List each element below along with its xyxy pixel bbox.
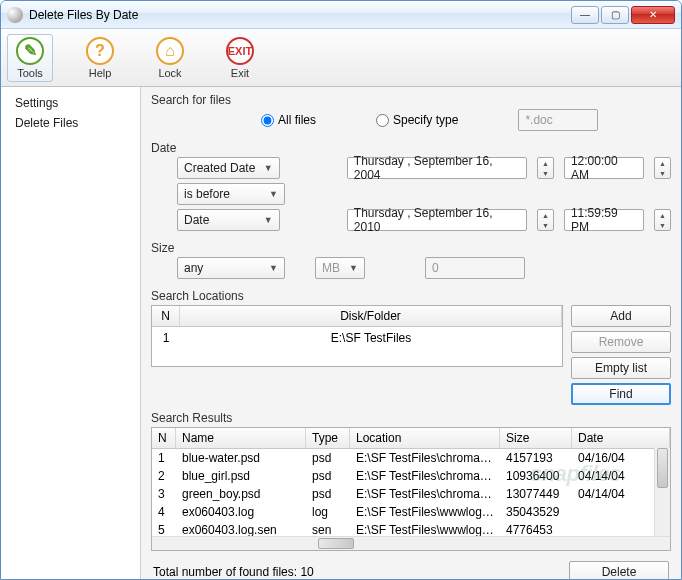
res-cell-type: psd	[306, 467, 350, 485]
pencil-icon: ✎	[16, 37, 44, 65]
maximize-button[interactable]: ▢	[601, 6, 629, 24]
minimize-button[interactable]: —	[571, 6, 599, 24]
results-label: Search Results	[151, 411, 671, 425]
results-scrollbar-horizontal[interactable]	[152, 536, 670, 550]
all-files-radio-input[interactable]	[261, 114, 274, 127]
res-cell-type: psd	[306, 485, 350, 503]
main-panel: Search for files All files Specify type …	[141, 87, 681, 580]
time1-spinner[interactable]: ▲▼	[654, 157, 671, 179]
lock-label: Lock	[158, 67, 181, 79]
date-label: Date	[151, 141, 671, 155]
res-header-n[interactable]: N	[152, 428, 176, 448]
result-row[interactable]: 4ex060403.loglogE:\SF TestFiles\wwwlogfi…	[152, 503, 670, 521]
res-cell-n: 1	[152, 449, 176, 467]
tools-label: Tools	[17, 67, 43, 79]
res-header-size[interactable]: Size	[500, 428, 572, 448]
empty-list-button[interactable]: Empty list	[571, 357, 671, 379]
help-label: Help	[89, 67, 112, 79]
date1-input[interactable]: Thursday , September 16, 2004	[347, 157, 527, 179]
time1-input[interactable]: 12:00:00 AM	[564, 157, 644, 179]
help-button[interactable]: ? Help	[77, 34, 123, 82]
date2-spinner[interactable]: ▲▼	[537, 209, 554, 231]
res-cell-type: log	[306, 503, 350, 521]
tools-button[interactable]: ✎ Tools	[7, 34, 53, 82]
res-cell-n: 3	[152, 485, 176, 503]
res-cell-name: ex060403.log	[176, 503, 306, 521]
res-cell-size: 4776453	[500, 521, 572, 536]
exit-button[interactable]: EXIT Exit	[217, 34, 263, 82]
time2-input[interactable]: 11:59:59 PM	[564, 209, 644, 231]
res-header-date[interactable]: Date	[572, 428, 670, 448]
size-unit-select[interactable]: MB ▼	[315, 257, 365, 279]
sidebar-item-delete-files[interactable]: Delete Files	[1, 113, 140, 133]
lock-icon: ⌂	[156, 37, 184, 65]
exit-icon: EXIT	[226, 37, 254, 65]
res-cell-size: 35043529	[500, 503, 572, 521]
res-cell-location: E:\SF TestFiles\chroma-sa...	[350, 449, 500, 467]
result-row[interactable]: 2blue_girl.psdpsdE:\SF TestFiles\chroma-…	[152, 467, 670, 485]
locations-label: Search Locations	[151, 289, 671, 303]
size-label: Size	[151, 241, 671, 255]
res-cell-type: psd	[306, 449, 350, 467]
date-field-value: Created Date	[184, 161, 255, 175]
res-cell-name: green_boy.psd	[176, 485, 306, 503]
chevron-down-icon: ▼	[264, 215, 273, 225]
app-icon	[7, 7, 23, 23]
result-row[interactable]: 5ex060403.log.sensenE:\SF TestFiles\wwwl…	[152, 521, 670, 536]
date-mode-select[interactable]: Date ▼	[177, 209, 280, 231]
compare-select[interactable]: is before ▼	[177, 183, 285, 205]
res-cell-name: blue-water.psd	[176, 449, 306, 467]
search-files-label: Search for files	[151, 93, 671, 107]
loc-header-path[interactable]: Disk/Folder	[180, 306, 562, 326]
size-unit-value: MB	[322, 261, 340, 275]
total-files-label: Total number of found files: 10	[153, 565, 314, 579]
size-value-input[interactable]: 0	[425, 257, 525, 279]
toolbar: ✎ Tools ? Help ⌂ Lock EXIT Exit	[1, 29, 681, 87]
help-icon: ?	[86, 37, 114, 65]
chevron-down-icon: ▼	[269, 189, 278, 199]
specify-type-radio-label: Specify type	[393, 113, 458, 127]
res-cell-size: 4157193	[500, 449, 572, 467]
res-cell-n: 2	[152, 467, 176, 485]
res-header-location[interactable]: Location	[350, 428, 500, 448]
sidebar-item-settings[interactable]: Settings	[1, 93, 140, 113]
file-type-input[interactable]: *.doc	[518, 109, 598, 131]
all-files-radio[interactable]: All files	[261, 113, 316, 127]
res-cell-size: 10936400	[500, 467, 572, 485]
results-scrollbar-vertical[interactable]	[654, 448, 670, 536]
size-mode-select[interactable]: any ▼	[177, 257, 285, 279]
compare-value: is before	[184, 187, 230, 201]
date-mode-value: Date	[184, 213, 209, 227]
specify-type-radio[interactable]: Specify type	[376, 113, 458, 127]
delete-button[interactable]: Delete	[569, 561, 669, 580]
window-title: Delete Files By Date	[29, 8, 571, 22]
res-header-type[interactable]: Type	[306, 428, 350, 448]
res-cell-n: 5	[152, 521, 176, 536]
lock-button[interactable]: ⌂ Lock	[147, 34, 193, 82]
res-cell-location: E:\SF TestFiles\wwwlogfiles\	[350, 521, 500, 536]
result-row[interactable]: 3green_boy.psdpsdE:\SF TestFiles\chroma-…	[152, 485, 670, 503]
date1-spinner[interactable]: ▲▼	[537, 157, 554, 179]
specify-type-radio-input[interactable]	[376, 114, 389, 127]
date2-value: Thursday , September 16, 2010	[354, 206, 520, 234]
location-row[interactable]: 1 E:\SF TestFiles	[152, 327, 562, 349]
add-button[interactable]: Add	[571, 305, 671, 327]
exit-label: Exit	[231, 67, 249, 79]
loc-header-n[interactable]: N	[152, 306, 180, 326]
close-button[interactable]: ✕	[631, 6, 675, 24]
date2-input[interactable]: Thursday , September 16, 2010	[347, 209, 527, 231]
all-files-radio-label: All files	[278, 113, 316, 127]
size-mode-value: any	[184, 261, 203, 275]
date-field-select[interactable]: Created Date ▼	[177, 157, 280, 179]
res-cell-location: E:\SF TestFiles\chroma-sa...	[350, 467, 500, 485]
find-button[interactable]: Find	[571, 383, 671, 405]
res-cell-location: E:\SF TestFiles\wwwlogfiles\	[350, 503, 500, 521]
time2-spinner[interactable]: ▲▼	[654, 209, 671, 231]
res-header-name[interactable]: Name	[176, 428, 306, 448]
res-cell-n: 4	[152, 503, 176, 521]
remove-button[interactable]: Remove	[571, 331, 671, 353]
loc-cell-n: 1	[152, 329, 180, 347]
result-row[interactable]: 1blue-water.psdpsdE:\SF TestFiles\chroma…	[152, 449, 670, 467]
res-cell-size: 13077449	[500, 485, 572, 503]
results-table: N Name Type Location Size Date 1blue-wat…	[151, 427, 671, 551]
